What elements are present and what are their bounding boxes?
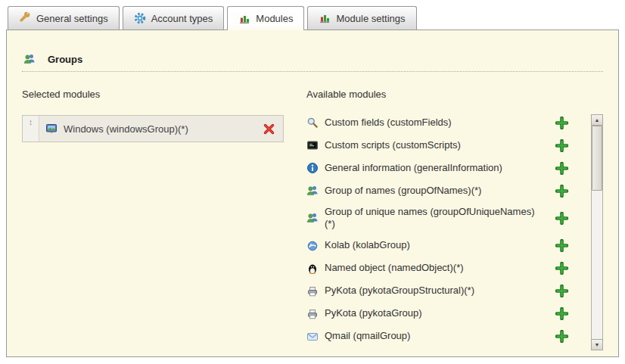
selected-module-label: Windows (windowsGroup)(*) bbox=[64, 123, 263, 135]
section-header: Groups bbox=[22, 30, 603, 72]
add-module-button[interactable] bbox=[555, 117, 568, 129]
module-label: Named object (namedObject)(*) bbox=[325, 262, 464, 274]
available-module-row: PyKota (pykotaGroupStructural)(*) bbox=[306, 284, 568, 299]
scrollbar-thumb[interactable] bbox=[592, 126, 602, 191]
available-module-row: Group of names (groupOfNames)(*) bbox=[306, 183, 568, 198]
content-panel: Groups Selected modules ↕ Windows (windo… bbox=[6, 30, 619, 357]
kolab-icon bbox=[306, 240, 319, 252]
module-label: Qmail (qmailGroup) bbox=[325, 330, 410, 342]
groups-icon bbox=[23, 53, 36, 65]
selected-modules-heading: Selected modules bbox=[22, 89, 284, 100]
tux-icon bbox=[306, 263, 319, 275]
wrench-icon bbox=[19, 12, 31, 24]
available-modules-heading: Available modules bbox=[306, 89, 568, 100]
tab-label: Module settings bbox=[336, 13, 405, 24]
module-label: PyKota (pykotaGroup) bbox=[325, 307, 422, 319]
remove-module-button[interactable] bbox=[263, 123, 275, 135]
tab-label: General settings bbox=[36, 13, 108, 24]
add-module-button[interactable] bbox=[555, 185, 568, 198]
module-label: Group of unique names (groupOfUniqueName… bbox=[325, 206, 538, 231]
add-module-button[interactable] bbox=[555, 285, 568, 297]
tab-label: Account types bbox=[151, 13, 213, 24]
module-label: Group of names (groupOfNames)(*) bbox=[325, 185, 481, 197]
selected-module-row[interactable]: ↕ Windows (windowsGroup)(*) bbox=[22, 115, 284, 142]
selected-modules-column: Selected modules ↕ Windows (windowsGroup… bbox=[22, 84, 284, 352]
tab-label: Modules bbox=[256, 13, 293, 24]
add-module-button[interactable] bbox=[555, 330, 568, 343]
available-module-row: General information (generalInformation) bbox=[306, 160, 568, 176]
module-label: Kolab (kolabGroup) bbox=[325, 239, 410, 251]
modules-chart-icon bbox=[238, 13, 250, 25]
available-module-row: Named object (namedObject)(*) bbox=[306, 261, 568, 276]
scroll-down-button[interactable]: ▼ bbox=[591, 339, 603, 350]
add-module-button[interactable] bbox=[555, 139, 568, 152]
info-icon bbox=[306, 162, 319, 174]
tab-bar: General settings Account types Modules M… bbox=[0, 0, 625, 30]
tab-modules[interactable]: Modules bbox=[227, 6, 304, 30]
available-module-row: Custom fields (customFields) bbox=[306, 115, 568, 130]
available-module-row: PyKota (pykotaGroup) bbox=[306, 306, 568, 322]
module-settings-chart-icon bbox=[319, 12, 331, 24]
scrollbar[interactable]: ▲ ▼ bbox=[591, 114, 603, 350]
printer-icon bbox=[306, 308, 319, 320]
envelope-icon bbox=[306, 331, 319, 343]
drag-handle-icon[interactable]: ↕ bbox=[23, 116, 39, 142]
tab-account-types[interactable]: Account types bbox=[123, 6, 225, 30]
add-module-button[interactable] bbox=[555, 307, 568, 320]
printer-icon bbox=[306, 285, 319, 297]
available-modules-column: Available modules Custom fields (customF… bbox=[306, 84, 603, 352]
module-label: Custom fields (customFields) bbox=[325, 117, 452, 129]
add-module-button[interactable] bbox=[555, 212, 568, 225]
section-title: Groups bbox=[48, 54, 82, 65]
module-label: Custom scripts (customScripts) bbox=[325, 139, 461, 151]
available-module-row: Kolab (kolabGroup) bbox=[306, 238, 568, 254]
available-module-row: Group of unique names (groupOfUniqueName… bbox=[306, 206, 568, 231]
terminal-icon bbox=[306, 139, 319, 151]
add-module-button[interactable] bbox=[555, 239, 568, 252]
magnifier-icon bbox=[306, 117, 319, 129]
available-module-row: Qmail (qmailGroup) bbox=[306, 329, 568, 344]
tab-general-settings[interactable]: General settings bbox=[8, 6, 120, 30]
available-module-row: Custom scripts (customScripts) bbox=[306, 138, 568, 153]
group-icon bbox=[306, 212, 319, 224]
module-label: PyKota (pykotaGroupStructural)(*) bbox=[325, 285, 474, 297]
add-module-button[interactable] bbox=[555, 162, 568, 175]
module-label: General information (generalInformation) bbox=[325, 162, 502, 174]
scroll-up-button[interactable]: ▲ bbox=[591, 114, 603, 126]
module-columns: Selected modules ↕ Windows (windowsGroup… bbox=[22, 84, 603, 352]
account-types-icon bbox=[134, 12, 146, 24]
tab-module-settings[interactable]: Module settings bbox=[307, 6, 416, 30]
windows-module-icon bbox=[45, 123, 58, 135]
group-icon bbox=[306, 185, 319, 197]
add-module-button[interactable] bbox=[555, 262, 568, 275]
